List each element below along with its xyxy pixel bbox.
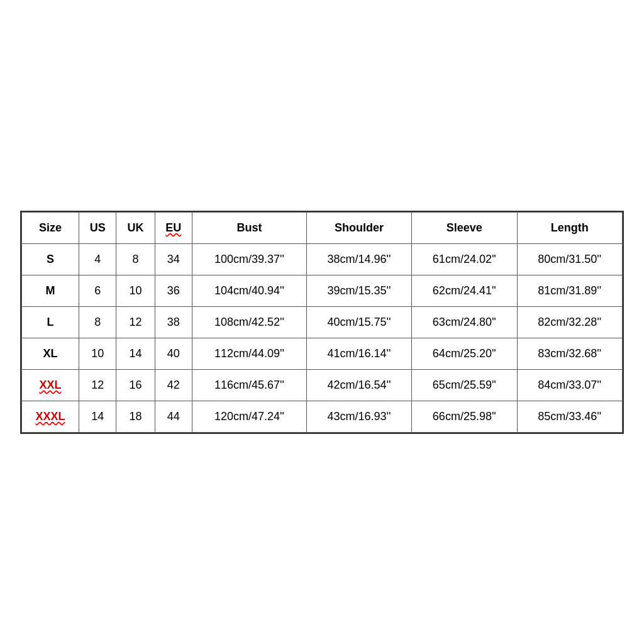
uk-m: 10: [116, 275, 155, 306]
table-row: XXXL 14 18 44 120cm/47.24'' 43cm/16.93''…: [22, 401, 623, 432]
header-sleeve: Sleeve: [412, 212, 517, 243]
sleeve-xl: 64cm/25.20'': [412, 338, 517, 369]
eu-s: 34: [155, 243, 192, 275]
size-xxxl: XXXL: [22, 401, 79, 432]
shoulder-s: 38cm/14.96'': [306, 243, 411, 275]
header-shoulder: Shoulder: [306, 212, 411, 243]
bust-m: 104cm/40.94'': [192, 275, 307, 306]
shoulder-xxl: 42cm/16.54'': [306, 369, 411, 401]
bust-s: 100cm/39.37'': [192, 243, 307, 275]
table-row: XXL 12 16 42 116cm/45.67'' 42cm/16.54'' …: [22, 369, 623, 401]
us-xl: 10: [79, 338, 116, 369]
length-xxl: 84cm/33.07'': [517, 369, 622, 401]
size-xxl: XXL: [22, 369, 79, 401]
eu-xl: 40: [155, 338, 192, 369]
uk-xl: 14: [116, 338, 155, 369]
length-s: 80cm/31.50'': [517, 243, 622, 275]
table-header-row: Size US UK EU Bust Shoulder Sleeve Lengt…: [22, 212, 623, 243]
eu-xxxl: 44: [155, 401, 192, 432]
eu-l: 38: [155, 306, 192, 338]
table-row: S 4 8 34 100cm/39.37'' 38cm/14.96'' 61cm…: [22, 243, 623, 275]
eu-xxl: 42: [155, 369, 192, 401]
size-chart-container: Size US UK EU Bust Shoulder Sleeve Lengt…: [20, 211, 624, 434]
header-uk: UK: [116, 212, 155, 243]
us-m: 6: [79, 275, 116, 306]
table-row: XL 10 14 40 112cm/44.09'' 41cm/16.14'' 6…: [22, 338, 623, 369]
sleeve-m: 62cm/24.41'': [412, 275, 517, 306]
uk-xxl: 16: [116, 369, 155, 401]
size-chart-table: Size US UK EU Bust Shoulder Sleeve Lengt…: [21, 212, 623, 433]
shoulder-xxxl: 43cm/16.93'': [306, 401, 411, 432]
us-l: 8: [79, 306, 116, 338]
bust-xl: 112cm/44.09'': [192, 338, 307, 369]
size-l: L: [22, 306, 79, 338]
size-s: S: [22, 243, 79, 275]
sleeve-l: 63cm/24.80'': [412, 306, 517, 338]
bust-l: 108cm/42.52'': [192, 306, 307, 338]
header-length: Length: [517, 212, 622, 243]
size-xl: XL: [22, 338, 79, 369]
sleeve-xxl: 65cm/25.59'': [412, 369, 517, 401]
shoulder-m: 39cm/15.35'': [306, 275, 411, 306]
bust-xxl: 116cm/45.67'': [192, 369, 307, 401]
size-m: M: [22, 275, 79, 306]
header-size: Size: [22, 212, 79, 243]
eu-m: 36: [155, 275, 192, 306]
bust-xxxl: 120cm/47.24'': [192, 401, 307, 432]
uk-s: 8: [116, 243, 155, 275]
table-row: L 8 12 38 108cm/42.52'' 40cm/15.75'' 63c…: [22, 306, 623, 338]
shoulder-xl: 41cm/16.14'': [306, 338, 411, 369]
length-m: 81cm/31.89'': [517, 275, 622, 306]
sleeve-s: 61cm/24.02'': [412, 243, 517, 275]
length-xl: 83cm/32.68'': [517, 338, 622, 369]
header-eu: EU: [155, 212, 192, 243]
us-s: 4: [79, 243, 116, 275]
header-bust: Bust: [192, 212, 307, 243]
length-xxxl: 85cm/33.46'': [517, 401, 622, 432]
header-us: US: [79, 212, 116, 243]
us-xxl: 12: [79, 369, 116, 401]
sleeve-xxxl: 66cm/25.98'': [412, 401, 517, 432]
uk-l: 12: [116, 306, 155, 338]
table-row: M 6 10 36 104cm/40.94'' 39cm/15.35'' 62c…: [22, 275, 623, 306]
length-l: 82cm/32.28'': [517, 306, 622, 338]
shoulder-l: 40cm/15.75'': [306, 306, 411, 338]
uk-xxxl: 18: [116, 401, 155, 432]
us-xxxl: 14: [79, 401, 116, 432]
